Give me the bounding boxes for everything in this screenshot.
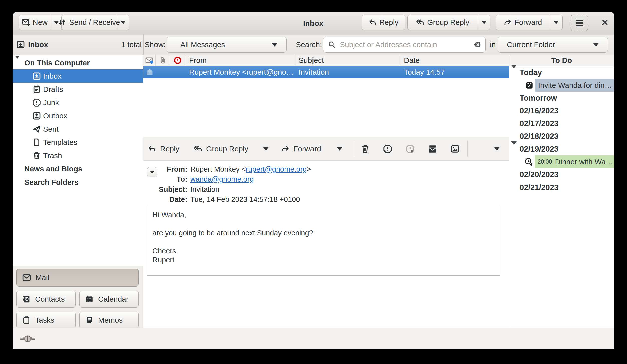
todo-group-0218[interactable]: 02/18/2023 bbox=[509, 130, 614, 143]
expander-triangle-icon[interactable] bbox=[15, 59, 21, 67]
column-important[interactable] bbox=[170, 55, 185, 66]
clear-search-icon[interactable] bbox=[473, 40, 481, 49]
new-split-button: New bbox=[19, 15, 63, 30]
preview-group-reply-button[interactable]: Group Reply bbox=[194, 137, 248, 160]
switcher-mail-button[interactable]: Mail bbox=[16, 269, 139, 287]
reply-button[interactable]: Reply bbox=[362, 15, 405, 30]
trash-icon bbox=[32, 151, 41, 160]
hamburger-menu-icon bbox=[576, 20, 583, 21]
message-row-selected[interactable]: Rupert Monkey <rupert@gno… Invitation To… bbox=[143, 66, 509, 78]
group-reply-split-button: Group Reply bbox=[407, 15, 490, 30]
sidebar-item-outbox[interactable]: Outbox bbox=[13, 109, 143, 122]
inbox-tray-icon bbox=[32, 72, 41, 81]
new-mail-icon bbox=[22, 18, 30, 27]
message-pane: From Subject Date Rupert Monkey <rupert@… bbox=[143, 55, 509, 328]
column-status[interactable] bbox=[143, 55, 156, 66]
image-icon bbox=[450, 144, 460, 154]
forward-dropdown-button[interactable] bbox=[550, 15, 562, 30]
menu-button[interactable] bbox=[571, 15, 588, 31]
group-reply-dropdown-button[interactable] bbox=[478, 15, 490, 30]
to-email-link[interactable]: wanda@gnome.org bbox=[190, 175, 254, 183]
switcher-memos-button[interactable]: Memos bbox=[79, 312, 139, 329]
online-status-plug-icon[interactable] bbox=[20, 335, 35, 343]
message-from: Rupert Monkey <rupert@gno… bbox=[185, 68, 295, 76]
send-receive-dropdown-button[interactable] bbox=[117, 15, 129, 30]
forward-button[interactable]: Forward bbox=[496, 15, 550, 30]
from-email-link[interactable]: rupert@gnome.org bbox=[246, 165, 307, 173]
switcher-tasks-button[interactable]: Tasks bbox=[16, 312, 76, 329]
junk-icon bbox=[32, 98, 41, 107]
sidebar-item-templates[interactable]: Templates bbox=[13, 136, 143, 149]
search-input[interactable] bbox=[339, 40, 471, 49]
chevron-down-icon bbox=[120, 21, 126, 24]
search-scope-dropdown[interactable]: Current Folder bbox=[498, 37, 608, 53]
preview-forward-button[interactable]: Forward bbox=[281, 137, 321, 160]
todo-item-event[interactable]: 20:00Dinner with Wa… bbox=[509, 155, 614, 168]
group-reply-label: Group Reply bbox=[427, 18, 469, 27]
show-filter-dropdown[interactable]: All Messages bbox=[167, 37, 287, 53]
body-closing: Cheers, bbox=[152, 246, 495, 255]
date-label: Date: bbox=[143, 194, 187, 204]
column-from[interactable]: From bbox=[185, 55, 295, 66]
todo-group-0221[interactable]: 02/21/2023 bbox=[509, 181, 614, 194]
open-envelope-icon bbox=[146, 68, 154, 76]
close-window-button[interactable] bbox=[596, 15, 614, 30]
chevron-down-icon bbox=[263, 147, 269, 151]
mark-junk-button[interactable] bbox=[383, 137, 392, 160]
todo-group-tomorrow[interactable]: Tomorrow bbox=[509, 92, 614, 104]
subject-value: Invitation bbox=[190, 184, 219, 194]
search-label: Search: bbox=[296, 35, 322, 55]
message-date: Today 14:57 bbox=[400, 68, 509, 76]
todo-item-task[interactable]: Invite Wanda for din… bbox=[509, 79, 614, 92]
preview-group-reply-dropdown[interactable] bbox=[263, 137, 269, 160]
mail-icon bbox=[22, 273, 31, 282]
divider bbox=[143, 35, 144, 55]
group-reply-button[interactable]: Group Reply bbox=[408, 15, 478, 30]
load-images-button[interactable] bbox=[450, 137, 460, 160]
search-scope-value: Current Folder bbox=[507, 40, 555, 49]
preview-forward-dropdown[interactable] bbox=[337, 137, 342, 160]
preview-reply-button[interactable]: Reply bbox=[147, 137, 179, 160]
delete-message-button[interactable] bbox=[360, 137, 370, 160]
preview-more-dropdown[interactable] bbox=[494, 137, 500, 160]
reply-button-label: Reply bbox=[379, 18, 399, 27]
switcher-memos-label: Memos bbox=[98, 316, 123, 324]
column-date[interactable]: Date bbox=[400, 55, 509, 66]
send-receive-button[interactable]: Send / Receive bbox=[62, 15, 117, 30]
close-icon bbox=[601, 19, 609, 26]
mark-not-junk-button[interactable] bbox=[405, 137, 415, 160]
column-attachment[interactable] bbox=[156, 55, 170, 66]
column-subject[interactable]: Subject bbox=[295, 55, 400, 66]
sidebar-item-search-folders[interactable]: Search Folders bbox=[13, 175, 143, 189]
search-entry bbox=[323, 37, 486, 53]
main-toolbar: New Send / Receive Inbox Reply bbox=[13, 12, 614, 35]
sidebar-item-trash[interactable]: Trash bbox=[13, 149, 143, 162]
todo-group-today[interactable]: Today bbox=[509, 66, 614, 79]
switcher-calendar-button[interactable]: Calendar bbox=[79, 291, 139, 308]
folder-tree: On This Computer Inbox Drafts Junk bbox=[13, 55, 143, 266]
todo-group-0217[interactable]: 02/17/2023 bbox=[509, 117, 614, 130]
mark-unread-button[interactable] bbox=[428, 137, 437, 160]
todo-group-0220[interactable]: 02/20/2023 bbox=[509, 168, 614, 181]
new-button[interactable]: New bbox=[19, 15, 50, 30]
todo-group-0216[interactable]: 02/16/2023 bbox=[509, 104, 614, 117]
folder-sidebar: On This Computer Inbox Drafts Junk bbox=[13, 55, 143, 328]
chevron-down-icon bbox=[481, 21, 487, 24]
sidebar-item-drafts[interactable]: Drafts bbox=[13, 83, 143, 96]
sidebar-item-news-and-blogs[interactable]: News and Blogs bbox=[13, 162, 143, 175]
sidebar-item-inbox[interactable]: Inbox bbox=[13, 69, 143, 83]
forward-split-button: Forward bbox=[496, 15, 563, 30]
forward-icon bbox=[503, 18, 512, 27]
component-switcher: Mail Contacts Calendar Tasks bbox=[13, 266, 143, 328]
drafts-icon bbox=[32, 85, 41, 94]
sidebar-item-junk[interactable]: Junk bbox=[13, 96, 143, 109]
sidebar-item-on-this-computer[interactable]: On This Computer bbox=[13, 56, 143, 69]
expander-triangle-icon[interactable] bbox=[511, 145, 517, 153]
sidebar-item-sent[interactable]: Sent bbox=[13, 122, 143, 136]
task-check-icon bbox=[525, 81, 534, 90]
header-to-row: To: wanda@gnome.org bbox=[143, 174, 509, 184]
todo-group-0219[interactable]: 02/19/2023 bbox=[509, 143, 614, 155]
expander-triangle-icon[interactable] bbox=[511, 68, 517, 77]
switcher-contacts-button[interactable]: Contacts bbox=[16, 291, 76, 308]
switcher-calendar-label: Calendar bbox=[98, 295, 129, 303]
